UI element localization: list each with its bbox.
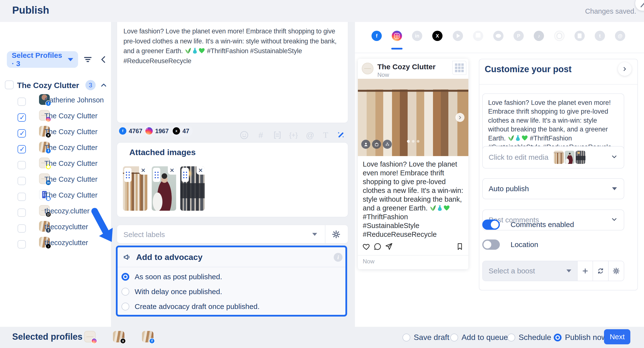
schedule-option[interactable]: Schedule [508, 333, 551, 342]
attached-image-shopping-woman[interactable]: ✕ [152, 166, 176, 211]
radio-button[interactable] [554, 334, 562, 342]
info-icon[interactable]: i [334, 253, 342, 262]
variables-icon[interactable]: {+} [288, 130, 299, 141]
saved-captions-icon[interactable] [272, 130, 283, 141]
tab-pinterest[interactable]: P [514, 31, 524, 41]
profile-checkbox[interactable] [18, 224, 26, 233]
tab-google-business[interactable] [574, 31, 585, 41]
tag-products-icon[interactable] [372, 140, 381, 149]
advocacy-option[interactable]: As soon as post published. [122, 273, 222, 281]
drag-handle-icon[interactable] [153, 168, 160, 182]
tab-linkedin[interactable]: in [412, 31, 422, 41]
media-thumb-shopping-woman[interactable] [565, 151, 574, 164]
tab-x[interactable]: X [432, 31, 442, 41]
collapse-sidebar-icon[interactable] [98, 55, 108, 65]
location-toggle[interactable] [482, 240, 500, 250]
tab-threads[interactable]: @ [615, 31, 625, 41]
tab-youtube[interactable] [453, 31, 463, 41]
remove-image-icon[interactable]: ✕ [139, 166, 147, 174]
text-format-icon[interactable]: T [320, 130, 331, 141]
select-labels-dropdown[interactable]: Select labels [116, 224, 348, 244]
profile-row[interactable]: X The Cozy Clutter [0, 125, 111, 139]
comment-icon[interactable] [374, 242, 382, 252]
profile-row[interactable]: @ thecozy.clutter [0, 204, 111, 218]
tab-snapchat[interactable] [554, 31, 564, 41]
profile-name[interactable]: The Cozy Clutter [44, 128, 98, 136]
radio-button[interactable] [122, 303, 129, 310]
carousel-next-icon[interactable] [456, 113, 464, 122]
select-profiles-dropdown[interactable]: Select Profiles · 3 [7, 51, 78, 68]
profile-checkbox[interactable] [18, 193, 26, 201]
collaborators-icon[interactable] [383, 140, 392, 149]
drag-handle-icon[interactable] [182, 168, 189, 182]
publish-now-option[interactable]: Publish now [554, 333, 607, 342]
profile-row[interactable]: The Cozy Clutter [0, 156, 111, 171]
media-thumb-clothes-rack[interactable] [554, 151, 564, 164]
profile-row[interactable]: ♪ thecozyclutter [0, 236, 111, 250]
boost-settings-gear-icon[interactable] [608, 261, 624, 281]
tab-instagram[interactable] [392, 31, 402, 41]
tag-people-icon[interactable] [361, 140, 370, 149]
profile-row[interactable]: in The Cozy Clutter [0, 172, 111, 186]
tab-tiktok[interactable]: ♪ [534, 31, 544, 41]
radio-button[interactable] [122, 273, 129, 281]
profile-checkbox[interactable] [18, 208, 26, 217]
profile-name[interactable]: The Cozy Clutter [44, 112, 98, 120]
edit-media-dropdown[interactable]: Click to edit media [482, 146, 624, 168]
profile-checkbox[interactable] [18, 161, 26, 169]
profile-name[interactable]: thecozyclutter [44, 239, 88, 247]
radio-button[interactable] [122, 288, 129, 296]
add-boost-button[interactable] [577, 261, 593, 281]
bookmark-icon[interactable] [456, 242, 464, 252]
auto-publish-dropdown[interactable]: Auto publish [482, 178, 624, 199]
save-draft-option[interactable]: Save draft [402, 333, 449, 342]
customize-caption-text[interactable]: Love fashion? Love the planet even more!… [488, 98, 615, 152]
tab-tumblr[interactable]: t [595, 31, 605, 41]
comments-enabled-toggle[interactable] [482, 220, 500, 230]
grid-view-icon[interactable] [452, 61, 466, 75]
profile-checkbox[interactable] [18, 177, 26, 185]
profile-name[interactable]: Catherine Johnson [44, 96, 104, 104]
profile-name[interactable]: The Cozy Clutter [44, 175, 98, 184]
media-thumb-store-interior[interactable] [576, 151, 586, 164]
like-heart-icon[interactable] [362, 242, 370, 252]
radio-button[interactable] [450, 334, 458, 342]
floating-help-widget[interactable] [635, 0, 644, 11]
group-checkbox[interactable] [5, 80, 14, 89]
refresh-boost-button[interactable] [592, 261, 608, 281]
filter-icon[interactable] [83, 55, 93, 65]
tab-store[interactable] [473, 31, 483, 41]
chevron-up-icon[interactable] [100, 81, 108, 90]
hashtag-icon[interactable]: # [255, 130, 266, 141]
labels-settings-gear-icon[interactable] [332, 230, 340, 240]
tab-reddit[interactable] [493, 31, 504, 41]
profile-name[interactable]: thecozyclutter [44, 223, 88, 231]
advocacy-option[interactable]: Create advocacy draft once published. [122, 302, 260, 311]
remove-image-icon[interactable]: ✕ [168, 166, 176, 174]
profile-checkbox[interactable] [18, 98, 26, 106]
select-boost-dropdown[interactable]: Select a boost [483, 261, 577, 281]
add-to-queue-option[interactable]: Add to queue [450, 333, 508, 342]
mention-icon[interactable]: @ [304, 130, 316, 141]
group-name[interactable]: The Cozy Clutter [17, 81, 79, 90]
profile-name[interactable]: The Cozy Clutter [44, 160, 98, 168]
radio-button[interactable] [402, 334, 410, 342]
remove-image-icon[interactable]: ✕ [196, 166, 205, 174]
profile-row[interactable]: f Catherine Johnson [0, 93, 111, 107]
advocacy-option[interactable]: With delay once published. [122, 288, 222, 296]
attached-image-store-interior[interactable]: ✕ [180, 166, 205, 211]
profile-row[interactable]: The Cozy Clutter [0, 188, 111, 202]
expand-panel-chevron-icon[interactable] [618, 62, 632, 76]
next-button[interactable]: Next [604, 329, 630, 344]
profile-name[interactable]: The Cozy Clutter [44, 144, 98, 152]
profile-row[interactable]: f The Cozy Clutter [0, 141, 111, 155]
attached-image-clothes-rack[interactable]: ✕ [123, 166, 147, 211]
composer-input[interactable]: Love fashion? Love the planet even more!… [124, 26, 342, 66]
share-icon[interactable] [385, 242, 393, 252]
profile-checkbox[interactable] [18, 129, 26, 138]
ai-magic-wand-icon[interactable] [335, 130, 346, 141]
profile-checkbox[interactable] [18, 240, 26, 248]
profile-name[interactable]: thecozy.clutter [44, 207, 90, 215]
profile-checkbox[interactable] [18, 114, 26, 122]
profile-name[interactable]: The Cozy Clutter [44, 191, 98, 199]
